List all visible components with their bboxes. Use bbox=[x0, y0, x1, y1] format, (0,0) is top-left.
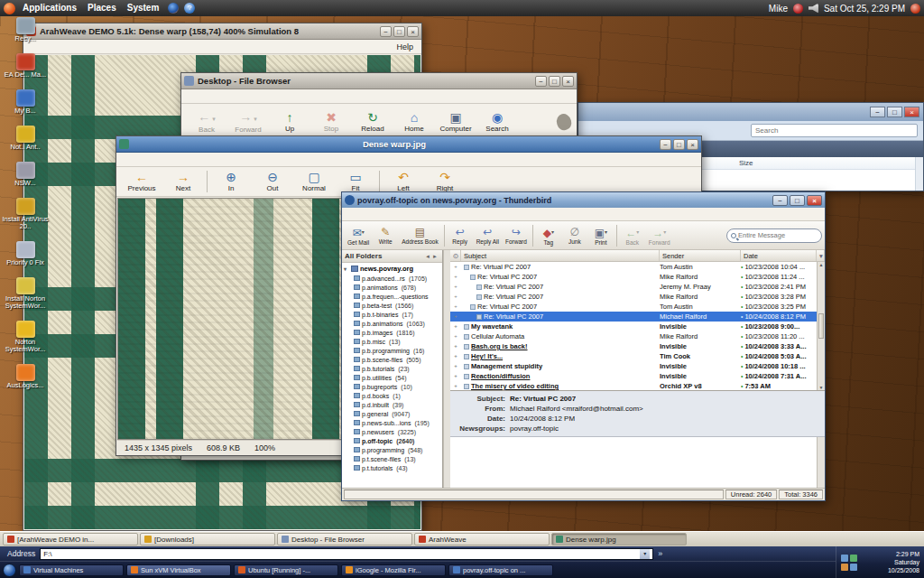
folder-pane-scrollbar[interactable] bbox=[443, 250, 450, 488]
volume-tray-icon[interactable] bbox=[850, 564, 857, 571]
stop-button[interactable]: ✖ Stop bbox=[311, 109, 351, 135]
vista-task-virtual-machines[interactable]: Virtual Machines bbox=[19, 564, 124, 576]
p.b.misc[interactable]: p.b.misc (13) bbox=[342, 337, 442, 346]
maximize-button[interactable]: □ bbox=[549, 76, 560, 87]
minimize-button[interactable]: − bbox=[535, 76, 547, 87]
arahweave-titlebar[interactable]: ArahWeave DEMO 5.1k: Dense warp (158,74)… bbox=[23, 23, 421, 40]
tag-button[interactable]: ◆ Tag bbox=[536, 226, 561, 246]
message-body-scrollbar[interactable] bbox=[817, 437, 825, 488]
maximize-button[interactable]: □ bbox=[790, 195, 805, 206]
p.newusers[interactable]: p.newusers (3225) bbox=[342, 427, 442, 436]
forward-button[interactable]: ↪ Forward bbox=[503, 226, 530, 245]
zoom-normal-button[interactable]: ▢ Normal bbox=[294, 170, 334, 193]
maximize-button[interactable]: □ bbox=[393, 26, 405, 37]
message-row[interactable]: + Re: Virtual PC 2007 Mike Raiford 10/23… bbox=[450, 272, 817, 282]
minimize-button[interactable]: − bbox=[660, 139, 671, 150]
p.news-sub...ions[interactable]: p.news-sub...ions (195) bbox=[342, 418, 442, 427]
message-row[interactable]: + My wavetank Invisible 10/23/2008 9:00.… bbox=[450, 322, 817, 331]
explorer-scrollbar[interactable] bbox=[915, 157, 923, 191]
rotate-right-button[interactable]: ↷ Right bbox=[425, 170, 465, 193]
forward-button[interactable]: → Forward bbox=[646, 226, 673, 246]
scrollbar-thumb[interactable] bbox=[818, 313, 824, 339]
firefox-launcher-icon[interactable] bbox=[168, 3, 179, 14]
distro-logo-icon[interactable] bbox=[4, 3, 15, 14]
p.b.tutorials[interactable]: p.b.tutorials (23) bbox=[342, 364, 442, 373]
p.advanced...rs[interactable]: p.advanced...rs (1705) bbox=[342, 274, 442, 283]
rotate-left-button[interactable]: ↶ Left bbox=[383, 170, 423, 193]
vista-task-thunderbird[interactable]: povray.off-topic on ... bbox=[448, 564, 553, 576]
message-row[interactable]: + Management stupidity Invisible 10/24/2… bbox=[450, 361, 817, 371]
back-button[interactable]: ← Back bbox=[187, 109, 226, 135]
p.off-topic[interactable]: p.off-topic (2640) bbox=[342, 436, 442, 445]
message-row[interactable]: + Hey! It's... Tim Cook 10/24/2008 5:03 … bbox=[450, 351, 817, 361]
vista-task-ubuntu[interactable]: Ubuntu [Running] -... bbox=[234, 564, 338, 576]
taskbar-item-arahweave[interactable]: ArahWeave bbox=[414, 533, 550, 545]
maximize-button[interactable]: □ bbox=[673, 139, 685, 150]
search-button[interactable]: ◉ Search bbox=[477, 109, 517, 135]
minimize-button[interactable]: − bbox=[870, 107, 885, 117]
p.b.images[interactable]: p.b.images (1816) bbox=[342, 328, 442, 337]
preview-from[interactable]: Michael Raiford <mraiford@hotmail.com> bbox=[510, 404, 643, 414]
forward-button[interactable]: → Forward bbox=[228, 109, 268, 135]
logout-icon[interactable] bbox=[910, 4, 920, 14]
vista-task-firefox[interactable]: iGoogle - Mozilla Fir... bbox=[341, 564, 446, 576]
start-button[interactable] bbox=[3, 564, 16, 577]
p.b.scene-files[interactable]: p.b.scene-files (505) bbox=[342, 355, 442, 364]
volume-icon[interactable] bbox=[808, 4, 818, 14]
tray-clock[interactable]: 2:29 PM Saturday 10/25/2008 bbox=[888, 550, 919, 574]
explorer-search-input[interactable] bbox=[751, 124, 918, 137]
file-browser-titlebar[interactable]: Desktop - File Browser − □ × bbox=[181, 73, 577, 89]
message-row[interactable]: + Re: Virtual PC 2007 Tom Austin 10/23/2… bbox=[450, 302, 817, 312]
close-button[interactable]: × bbox=[904, 107, 919, 117]
message-row[interactable]: + Bash.org is back! Invisible 10/24/2008… bbox=[450, 341, 817, 351]
news-account-row[interactable]: ▾ news.povray.org bbox=[342, 264, 442, 274]
scroll-up-arrow[interactable]: ▲ bbox=[818, 262, 825, 267]
subject-column-header[interactable]: Subject bbox=[461, 250, 660, 261]
network-tray-icon[interactable] bbox=[841, 555, 848, 562]
print-button[interactable]: ▣ Print bbox=[588, 226, 614, 246]
p.b.t-binaries[interactable]: p.b.t-binaries (17) bbox=[342, 310, 442, 319]
address-dropdown-icon[interactable]: ▾ bbox=[640, 549, 650, 559]
previous-button[interactable]: ← Previous bbox=[122, 170, 162, 193]
message-row[interactable]: + Re: Virtual PC 2007 Tom Austin 10/23/2… bbox=[450, 262, 817, 272]
p.animations[interactable]: p.animations (678) bbox=[342, 283, 442, 292]
reply-button[interactable]: ↩ Reply bbox=[448, 226, 473, 245]
desktop-icon-norton-systemworks[interactable]: Norton SystemWor... bbox=[2, 321, 49, 353]
update-notifier-icon[interactable] bbox=[793, 4, 803, 14]
taskbar-item-downloads[interactable]: [Downloads] bbox=[140, 533, 275, 545]
computer-button[interactable]: ▣ Computer bbox=[436, 109, 476, 135]
p.t.tutorials[interactable]: p.t.tutorials (43) bbox=[342, 463, 442, 472]
taskbar-item-file-browser[interactable]: Desktop - File Browser bbox=[277, 533, 412, 545]
address-book-button[interactable]: ▤ Address Book bbox=[399, 226, 440, 245]
reply-all-button[interactable]: ↩ Reply All bbox=[474, 226, 502, 245]
message-row[interactable]: + Reaction/diffusion Invisible 10/24/200… bbox=[450, 371, 817, 381]
maximize-button[interactable]: □ bbox=[887, 107, 902, 117]
antivirus-tray-icon[interactable] bbox=[850, 555, 857, 562]
get-mail-button[interactable]: ✉ Get Mail bbox=[345, 226, 372, 246]
close-button[interactable]: × bbox=[687, 139, 698, 150]
close-button[interactable]: × bbox=[807, 195, 822, 206]
next-button[interactable]: → Next bbox=[163, 170, 203, 193]
p.programming[interactable]: p.programming (548) bbox=[342, 445, 442, 454]
close-button[interactable]: × bbox=[562, 76, 574, 87]
p.t.scene-files[interactable]: p.t.scene-files (13) bbox=[342, 454, 442, 463]
expander-icon[interactable]: ▾ bbox=[344, 266, 349, 272]
sender-column-header[interactable]: Sender bbox=[660, 250, 741, 261]
p.beta-test[interactable]: p.beta-test (1566) bbox=[342, 301, 442, 310]
minimize-button[interactable]: − bbox=[772, 195, 788, 206]
thunderbird-titlebar[interactable]: povray.off-topic on news.povray.org - Th… bbox=[342, 192, 825, 208]
desktop-icon-recycler[interactable]: Recy... bbox=[2, 17, 49, 42]
taskbar-item-arahweave-demo[interactable]: [ArahWeave DEMO in... bbox=[3, 533, 138, 545]
desktop-icon-norton-anti[interactable]: Not.. Ant.. bbox=[2, 126, 49, 151]
search-input[interactable] bbox=[738, 231, 818, 239]
size-column-header[interactable]: Size bbox=[739, 159, 753, 167]
message-row[interactable]: + Re: Virtual PC 2007 Jeremy M. Praay 10… bbox=[450, 282, 817, 292]
close-button[interactable]: × bbox=[407, 26, 419, 37]
p.b.animations[interactable]: p.b.animations (1063) bbox=[342, 319, 442, 328]
p.bugreports[interactable]: p.bugreports (10) bbox=[342, 382, 442, 391]
message-row[interactable]: + Re: Virtual PC 2007 Michael Raiford 10… bbox=[450, 312, 817, 322]
zoom-out-button[interactable]: ⊖ Out bbox=[253, 170, 292, 193]
p.d.books[interactable]: p.d.books (1) bbox=[342, 391, 442, 400]
p.b.utilities[interactable]: p.b.utilities (54) bbox=[342, 373, 442, 382]
virtualbox-tray-icon[interactable] bbox=[841, 564, 848, 571]
